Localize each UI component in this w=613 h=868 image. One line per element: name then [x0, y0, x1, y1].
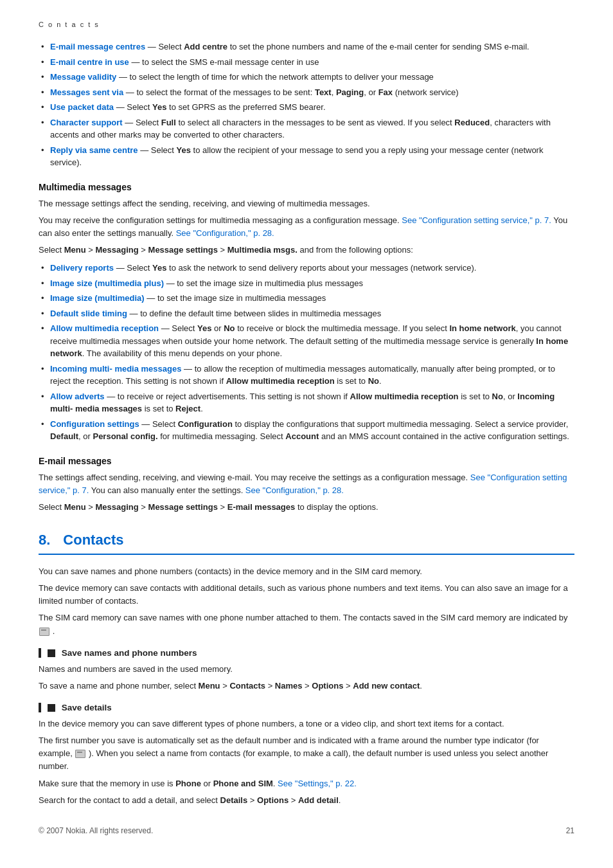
- list-item-text: — to receive or reject advertisements. T…: [50, 392, 555, 414]
- save-arrow2: >: [265, 681, 275, 691]
- save-details-para2: The first number you save is automatical…: [39, 734, 574, 773]
- save-details-box: Save details: [39, 703, 574, 712]
- save-details-title: Save details: [48, 703, 574, 712]
- message-settings-bold3: Message settings: [148, 245, 218, 255]
- email-para2-start: Select: [39, 502, 64, 512]
- save-names-add-bold: Add new contact: [353, 681, 420, 691]
- email-arrow2: >: [139, 502, 148, 512]
- email-para2: Select Menu > Messaging > Message settin…: [39, 501, 574, 514]
- page-footer: © 2007 Nokia. All rights reserved. 21: [39, 826, 574, 835]
- save-names-para2: To save a name and phone number, select …: [39, 680, 574, 692]
- default-slide-timing-link[interactable]: Default slide timing: [50, 309, 127, 318]
- multimedia-messages-section: Multimedia messages The message settings…: [39, 182, 574, 444]
- page-contacts-header: C o n t a c t s: [39, 19, 574, 30]
- save-arrow1: >: [220, 681, 230, 691]
- email-para2-end: to display the options.: [295, 502, 378, 512]
- settings-p22-link[interactable]: See "Settings," p. 22.: [278, 779, 357, 788]
- multimedia-bullet-list: Delivery reports — Select Yes to ask the…: [39, 260, 574, 444]
- reply-via-same-centre-link[interactable]: Reply via same centre: [50, 145, 138, 155]
- allow-adverts-link[interactable]: Allow adverts: [50, 392, 105, 401]
- list-item: Allow adverts — to receive or reject adv…: [39, 389, 574, 417]
- list-item: Delivery reports — Select Yes to ask the…: [39, 260, 574, 276]
- list-item: Incoming multi- media messages — to allo…: [39, 361, 574, 389]
- list-item-text: — Select Yes to ask the network to send …: [116, 263, 477, 273]
- chapter8-title: Contacts: [63, 532, 123, 548]
- phone-sim-bold: Phone and SIM: [213, 779, 273, 788]
- save-details-para4: Search for the contact to add a detail, …: [39, 794, 574, 807]
- save-details-mid2: .: [273, 779, 278, 788]
- phone-bold: Phone: [175, 779, 201, 788]
- save-arrow3: >: [302, 681, 312, 691]
- list-item-text: — to define the default time between sli…: [130, 309, 382, 318]
- email-message-centres-link[interactable]: E-mail message centres: [50, 42, 145, 51]
- message-validity-link[interactable]: Message validity: [50, 72, 116, 82]
- para3-end: and from the following options:: [298, 245, 413, 255]
- sim-card-icon: [39, 628, 49, 636]
- email-centre-in-use-link[interactable]: E-mail centre in use: [50, 57, 129, 67]
- list-item-text: — to set the image size in multimedia me…: [147, 293, 326, 303]
- use-packet-data-link[interactable]: Use packet data: [50, 102, 114, 112]
- email-arrow3: >: [218, 502, 227, 512]
- para3-start: Select: [39, 245, 64, 255]
- save-details-para4-start: Search for the contact to add a detail, …: [39, 795, 220, 805]
- incoming-media-messages-link[interactable]: Incoming multi- media messages: [50, 364, 181, 374]
- list-item-text: — Select Full to select all characters i…: [50, 118, 551, 140]
- add-detail-bold: Add detail: [298, 795, 339, 805]
- delivery-reports-link[interactable]: Delivery reports: [50, 263, 114, 273]
- list-item: Messages sent via — to select the format…: [39, 85, 574, 100]
- character-support-link[interactable]: Character support: [50, 118, 123, 127]
- save-details-section: Save details In the device memory you ca…: [39, 703, 574, 807]
- multimedia-para1: The message settings affect the sending,…: [39, 197, 574, 210]
- save-arrow-d2: >: [289, 795, 298, 805]
- save-arrow-d1: >: [247, 795, 257, 805]
- list-item-text: — Select Add centre to set the phone num…: [148, 42, 529, 51]
- messaging-bold2: Messaging: [96, 245, 139, 255]
- list-item: Character support — Select Full to selec…: [39, 115, 574, 143]
- save-para4-end: .: [339, 795, 341, 805]
- save-names-section: Save names and phone numbers Names and n…: [39, 648, 574, 692]
- save-names-period: .: [420, 681, 422, 691]
- allow-multimedia-reception-link[interactable]: Allow multimedia reception: [50, 323, 159, 333]
- chapter8-para3-end: .: [53, 626, 55, 636]
- menu-bold1: Menu: [64, 245, 86, 255]
- email-para1: The settings affect sending, receiving, …: [39, 471, 574, 497]
- save-details-para3: Make sure that the memory in use is Phon…: [39, 777, 574, 790]
- save-names-menu-bold: Menu: [199, 681, 220, 691]
- footer-copyright: © 2007 Nokia. All rights reserved.: [39, 826, 153, 835]
- settings-bullet-list: E-mail message centres — Select Add cent…: [39, 39, 574, 170]
- config-setting-service-link1[interactable]: See "Configuration setting service," p. …: [402, 215, 551, 225]
- list-item: Default slide timing — to define the def…: [39, 306, 574, 321]
- save-names-para2-start: To save a name and phone number, select: [39, 681, 199, 691]
- save-details-para3-start: Make sure that the memory in use is: [39, 779, 175, 788]
- config-link2[interactable]: See "Configuration," p. 28.: [245, 485, 344, 495]
- save-details-icon: [48, 704, 55, 712]
- chapter8-header: 8. Contacts: [39, 532, 574, 555]
- email-menu-bold: Menu: [64, 502, 86, 512]
- email-para1-start: The settings affect sending, receiving, …: [39, 473, 470, 482]
- phone-icon: [75, 750, 85, 758]
- save-names-title-text: Save names and phone numbers: [62, 648, 197, 658]
- chapter8-content: You can save names and phone numbers (co…: [39, 565, 574, 638]
- save-names-icon: [48, 649, 55, 657]
- arrow1: >: [86, 245, 96, 255]
- save-names-box: Save names and phone numbers: [39, 648, 574, 658]
- config-link1[interactable]: See "Configuration," p. 28.: [176, 228, 274, 238]
- save-names-para1: Names and numbers are saved in the used …: [39, 663, 574, 676]
- save-names-title: Save names and phone numbers: [48, 648, 574, 658]
- save-details-para1: In the device memory you can save differ…: [39, 718, 574, 730]
- messages-sent-via-link[interactable]: Messages sent via: [50, 87, 123, 97]
- configuration-settings-link[interactable]: Configuration settings: [50, 419, 139, 429]
- para2-start: You may receive the configuration settin…: [39, 215, 402, 225]
- save-details-para2-mid: ). When you select a name from contacts …: [39, 748, 548, 771]
- save-details-title-text: Save details: [62, 703, 112, 712]
- chapter8-number: 8.: [39, 532, 50, 548]
- list-item: E-mail centre in use — to select the SMS…: [39, 55, 574, 70]
- image-size-link[interactable]: Image size (multimedia): [50, 293, 145, 303]
- chapter8-para1: You can save names and phone numbers (co…: [39, 565, 574, 578]
- save-names-contacts-bold: Contacts: [229, 681, 265, 691]
- footer-page-number: 21: [566, 826, 574, 835]
- list-item-text: — to select the SMS e-mail message cente…: [131, 57, 319, 67]
- image-size-plus-link[interactable]: Image size (multimedia plus): [50, 278, 164, 288]
- email-messages-section: E-mail messages The settings affect send…: [39, 456, 574, 514]
- list-item-text: — to select the length of time for which…: [119, 72, 434, 82]
